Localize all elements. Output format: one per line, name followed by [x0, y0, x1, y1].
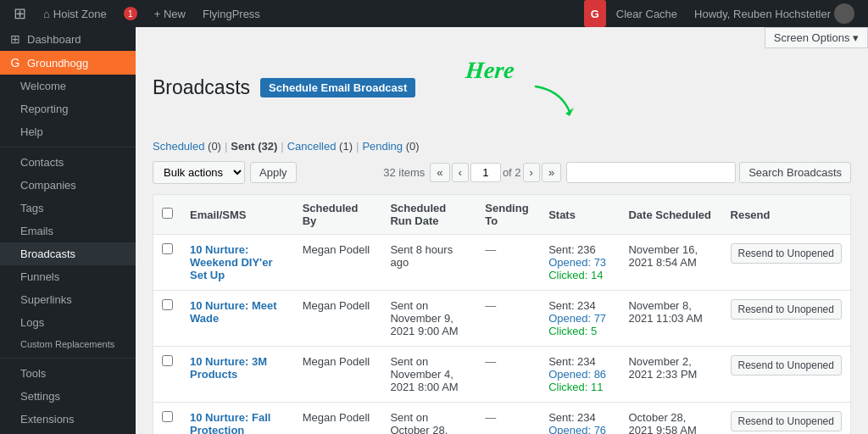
- sidebar-item-contacts[interactable]: Contacts: [0, 151, 136, 174]
- avatar: [834, 3, 854, 24]
- sidebar-label-logs: Logs: [20, 316, 44, 329]
- tabs-bar: Scheduled (0) | Sent (32) | Cancelled (1…: [153, 140, 851, 153]
- resend-cell-1: Resend to Unopened: [722, 291, 851, 347]
- row-checkbox-1[interactable]: [162, 299, 173, 310]
- bulk-actions-select[interactable]: Bulk actions: [153, 161, 245, 184]
- date-scheduled-2: November 2, 2021 2:33 PM: [620, 347, 721, 403]
- sidebar-label-settings: Settings: [20, 390, 60, 403]
- sending-to-0: —: [476, 235, 540, 291]
- sidebar-label-contacts: Contacts: [20, 156, 64, 169]
- row-checkbox-2[interactable]: [162, 355, 173, 366]
- page-number-input[interactable]: [470, 163, 501, 182]
- sidebar-item-broadcasts[interactable]: Broadcasts: [0, 242, 136, 265]
- stats-1: Sent: 234 Opened: 77 Clicked: 5: [540, 291, 620, 347]
- wp-logo-item[interactable]: ⊞: [7, 0, 33, 27]
- row-checkbox-0[interactable]: [162, 243, 173, 254]
- col-header-date: Date Scheduled: [620, 195, 721, 235]
- tab-scheduled[interactable]: Scheduled (0): [153, 140, 221, 153]
- stat-sent-1: Sent: 234: [548, 299, 596, 312]
- stats-0: Sent: 236 Opened: 73 Clicked: 14: [540, 235, 620, 291]
- sidebar-item-funnels[interactable]: Funnels: [0, 265, 136, 288]
- resend-button-1[interactable]: Resend to Unopened: [731, 299, 842, 320]
- stat-sent-0: Sent: 236: [548, 243, 596, 256]
- select-all-checkbox[interactable]: [162, 208, 173, 219]
- stat-opened-3: Opened: 76: [548, 424, 606, 434]
- sidebar-label-dashboard: Dashboard: [27, 33, 81, 46]
- sidebar-item-extensions[interactable]: Extensions: [0, 408, 136, 431]
- sidebar-label-emails: Emails: [20, 225, 53, 237]
- sidebar-item-tags[interactable]: Tags: [0, 197, 136, 220]
- sidebar-item-welcome[interactable]: Welcome: [0, 75, 136, 97]
- col-header-run: Scheduled Run Date: [381, 195, 476, 235]
- pagination-next[interactable]: ›: [523, 163, 540, 182]
- new-label: + New: [154, 8, 186, 20]
- site-name-item[interactable]: ⌂ Hoist Zone: [36, 0, 114, 27]
- adminbar-right: G Clear Cache Howdy, Reuben Hochstetler: [584, 0, 861, 27]
- sidebar-item-tools[interactable]: Tools: [0, 362, 136, 385]
- groundhogg-icon: G: [8, 56, 22, 70]
- annotation-area: Here: [459, 44, 612, 131]
- new-item[interactable]: + New: [147, 0, 192, 27]
- scheduled-by-3: Megan Podell: [294, 403, 382, 435]
- sending-to-1: —: [476, 291, 540, 347]
- search-input[interactable]: [566, 162, 736, 183]
- screen-options-button[interactable]: Screen Options ▾: [765, 27, 868, 48]
- search-button[interactable]: Search Broadcasts: [739, 162, 851, 183]
- run-date-0: Sent 8 hours ago: [381, 235, 476, 291]
- date-scheduled-3: October 28, 2021 9:58 AM: [620, 403, 721, 435]
- broadcasts-table: Email/SMS Scheduled By Scheduled Run Dat…: [153, 194, 851, 434]
- table-row: 10 Nurture: 3M Products Megan Podell Sen…: [153, 347, 851, 403]
- stat-sent-3: Sent: 234: [548, 411, 596, 424]
- apply-button[interactable]: Apply: [250, 162, 297, 183]
- tab-sent[interactable]: Sent (32): [231, 140, 277, 153]
- resend-button-3[interactable]: Resend to Unopened: [731, 411, 842, 431]
- run-date-3: Sent on October 28, 2021 10:00 AM: [381, 403, 476, 435]
- sending-to-2: —: [476, 347, 540, 403]
- resend-button-0[interactable]: Resend to Unopened: [731, 243, 842, 264]
- flyingpress-item[interactable]: FlyingPress: [196, 0, 267, 27]
- resend-button-2[interactable]: Resend to Unopened: [731, 355, 842, 376]
- site-icon: ⌂: [43, 8, 50, 20]
- sidebar-item-emails[interactable]: Emails: [0, 220, 136, 242]
- sidebar-item-help[interactable]: Help: [0, 120, 136, 143]
- sidebar-label-superlinks: Superlinks: [20, 293, 72, 306]
- stat-sent-2: Sent: 234: [548, 355, 596, 368]
- sending-to-3: —: [476, 403, 540, 435]
- stat-opened-2: Opened: 86: [548, 368, 606, 381]
- sidebar-item-groundhogg[interactable]: G Groundhogg: [0, 51, 136, 75]
- sidebar-item-custom-fields[interactable]: Custom Fields: [0, 431, 136, 434]
- tab-cancelled[interactable]: Cancelled (1): [287, 140, 353, 153]
- notif-item[interactable]: 1: [117, 0, 144, 27]
- clear-cache-item[interactable]: Clear Cache: [609, 0, 684, 27]
- notif-count: 1: [124, 7, 137, 20]
- sidebar-item-superlinks[interactable]: Superlinks: [0, 288, 136, 311]
- dashboard-icon: ⊞: [8, 32, 22, 46]
- plugin-label: FlyingPress: [203, 8, 260, 20]
- email-link-2[interactable]: 10 Nurture: 3M Products: [190, 355, 267, 381]
- pagination-first[interactable]: «: [430, 163, 449, 182]
- wp-logo-icon: ⊞: [14, 4, 26, 23]
- howdy-item[interactable]: Howdy, Reuben Hochstetler: [687, 0, 861, 27]
- col-header-resend: Resend: [722, 195, 851, 235]
- g-badge: G: [584, 0, 606, 27]
- email-link-3[interactable]: 10 Nurture: Fall Protection Products: [190, 411, 270, 434]
- sidebar-label-groundhogg: Groundhogg: [27, 57, 88, 70]
- howdy-text: Howdy, Reuben Hochstetler: [694, 8, 831, 20]
- email-link-0[interactable]: 10 Nurture: Weekend DIY'er Set Up: [190, 243, 273, 281]
- annotation-svg: Here: [459, 44, 612, 129]
- sidebar-item-logs[interactable]: Logs: [0, 311, 136, 334]
- email-link-1[interactable]: 10 Nurture: Meet Wade: [190, 299, 277, 325]
- sidebar-label-custom-replacements: Custom Replacements: [20, 339, 114, 349]
- sidebar-item-custom-replacements[interactable]: Custom Replacements: [0, 334, 136, 354]
- sidebar-item-reporting[interactable]: Reporting: [0, 97, 136, 120]
- scheduled-by-2: Megan Podell: [294, 347, 382, 403]
- pagination-prev[interactable]: ‹: [452, 163, 469, 182]
- schedule-broadcast-button[interactable]: Schedule Email Broadcast: [260, 78, 415, 97]
- sidebar-item-settings[interactable]: Settings: [0, 385, 136, 408]
- pagination-last[interactable]: »: [542, 163, 561, 182]
- sidebar-item-dashboard[interactable]: ⊞ Dashboard: [0, 27, 136, 51]
- row-checkbox-3[interactable]: [162, 411, 173, 422]
- tab-pending[interactable]: Pending (0): [362, 140, 419, 153]
- sidebar-divider-1: [0, 147, 136, 147]
- sidebar-item-companies[interactable]: Companies: [0, 174, 136, 197]
